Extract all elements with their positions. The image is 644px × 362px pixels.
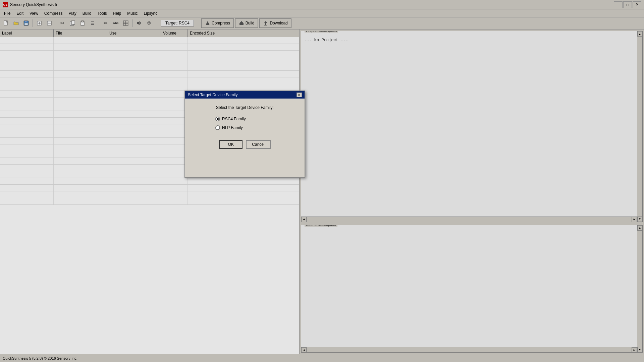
- radio-rsc4-input[interactable]: [215, 117, 220, 121]
- radio-nlp-input[interactable]: [215, 125, 220, 130]
- dialog-buttons: OK Cancel: [219, 140, 270, 149]
- dialog-title: Select Target Device Family: [188, 93, 238, 97]
- radio-nlp-label: NLP Family: [222, 125, 243, 130]
- dialog-close-button[interactable]: ✕: [297, 93, 302, 97]
- dialog-instruction: Select the Target Device Family:: [216, 105, 274, 110]
- modal-overlay: Select Target Device Family ✕ Select the…: [0, 0, 644, 362]
- dialog-body: Select the Target Device Family: RSC4 Fa…: [185, 99, 305, 156]
- radio-nlp[interactable]: NLP Family: [215, 125, 243, 130]
- radio-group: RSC4 Family NLP Family: [195, 117, 294, 130]
- radio-rsc4-label: RSC4 Family: [222, 117, 246, 121]
- ok-button[interactable]: OK: [219, 140, 243, 149]
- cancel-button[interactable]: Cancel: [246, 140, 270, 149]
- dialog-titlebar: Select Target Device Family ✕: [185, 91, 305, 99]
- select-target-dialog: Select Target Device Family ✕ Select the…: [184, 90, 305, 178]
- radio-rsc4[interactable]: RSC4 Family: [215, 117, 246, 121]
